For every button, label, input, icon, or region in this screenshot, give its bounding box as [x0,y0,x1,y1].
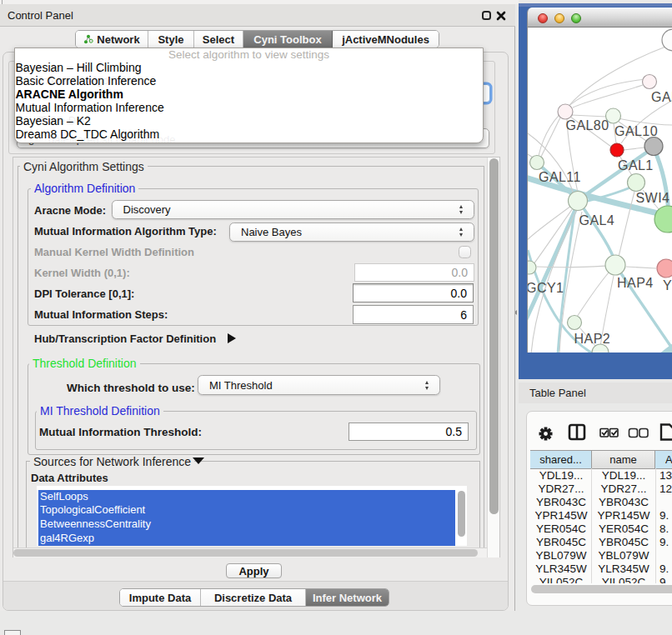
svg-text:HAP2: HAP2 [574,332,611,346]
svg-text:GAL1: GAL1 [618,158,654,172]
svg-text:GAL11: GAL11 [539,170,581,184]
svg-text:Y: Y [663,278,672,292]
svg-text:GAL10: GAL10 [614,124,658,138]
svg-text:GAL7: GAL7 [651,90,672,104]
svg-text:GAL4: GAL4 [579,213,615,228]
svg-text:GCY1: GCY1 [528,281,564,295]
svg-text:SWI4: SWI4 [636,191,670,205]
svg-text:HAP4: HAP4 [617,276,654,290]
svg-text:GAL80: GAL80 [566,118,609,132]
